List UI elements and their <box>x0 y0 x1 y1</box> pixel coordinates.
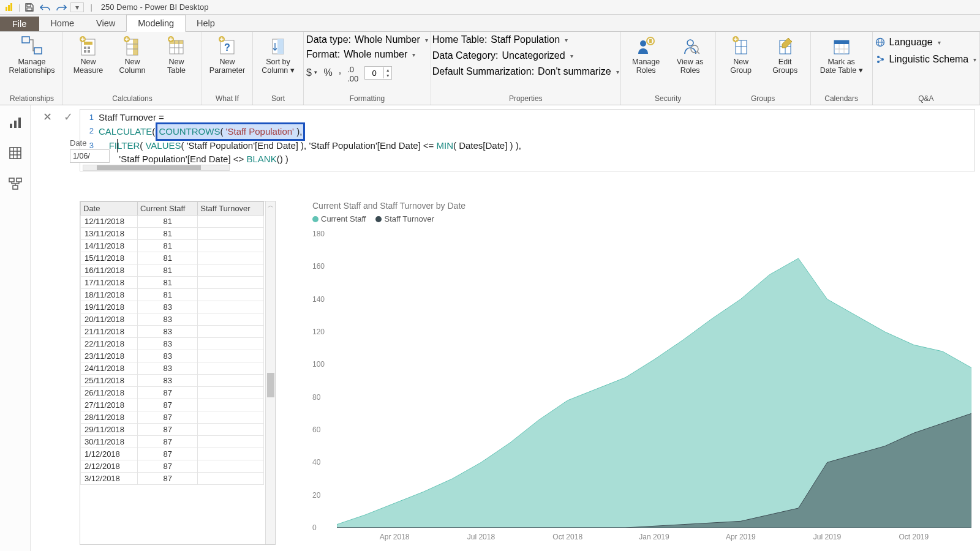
table-row[interactable]: 18/11/201881 <box>81 289 264 301</box>
save-button[interactable] <box>23 1 36 13</box>
y-tick-label: 120 <box>312 328 325 336</box>
datatype-dropdown[interactable]: Data type: Whole Number▾ <box>306 34 428 45</box>
group-relationships: ManageRelationships Relationships <box>1 32 63 105</box>
tab-help[interactable]: Help <box>186 15 226 31</box>
table-row[interactable]: 21/11/201883 <box>81 326 264 338</box>
table-row[interactable]: 12/11/201881 <box>81 216 264 228</box>
svg-rect-9 <box>84 47 86 49</box>
app-icon <box>2 1 16 13</box>
new-parameter-button[interactable]: ? NewParameter <box>207 34 247 75</box>
table-header[interactable]: Staff Turnover <box>198 202 264 216</box>
group-security: ManageRoles View asRoles Security <box>621 32 716 105</box>
scroll-up-icon[interactable]: ︿ <box>266 201 275 210</box>
chart-plot <box>337 234 971 528</box>
svg-rect-55 <box>14 121 17 128</box>
svg-rect-54 <box>10 124 12 128</box>
redo-button[interactable] <box>55 1 68 13</box>
sort-by-column-button[interactable]: Sort byColumn ▾ <box>258 34 298 75</box>
table-row[interactable]: 22/11/201883 <box>81 338 264 350</box>
table-row[interactable]: 28/11/201887 <box>81 411 264 424</box>
qat-customize[interactable]: ▾ <box>70 2 84 12</box>
manage-roles-button[interactable]: ManageRoles <box>626 34 666 75</box>
table-row[interactable]: 2/12/201887 <box>81 460 264 473</box>
data-table[interactable]: DateCurrent StaffStaff Turnover 12/11/20… <box>80 201 276 545</box>
mark-date-table-button[interactable]: Mark asDate Table ▾ <box>816 34 867 75</box>
summarization-dropdown[interactable]: Default Summarization: Don't summarize▾ <box>432 66 619 77</box>
percent-button[interactable]: % <box>323 67 332 78</box>
table-row[interactable]: 16/11/201881 <box>81 264 264 277</box>
titlebar: | ▾ | 250 Demo - Power BI Desktop <box>0 0 980 15</box>
tab-home[interactable]: Home <box>39 15 85 31</box>
currency-button[interactable]: $ ▾ <box>306 67 317 78</box>
table-row[interactable]: 25/11/201883 <box>81 375 264 387</box>
formula-bar[interactable]: 1Staff Turnover = 2CALCULATE( COUNTROWS(… <box>80 109 975 171</box>
table-row[interactable]: 17/11/201881 <box>81 277 264 289</box>
new-table-button[interactable]: NewTable <box>156 34 197 75</box>
svg-rect-10 <box>88 47 90 49</box>
svg-rect-3 <box>27 4 31 7</box>
hometable-dropdown[interactable]: Home Table: Staff Population▾ <box>432 34 568 45</box>
table-row[interactable]: 3/12/201887 <box>81 473 264 485</box>
svg-rect-12 <box>88 50 90 53</box>
svg-line-35 <box>697 51 699 54</box>
datacategory-dropdown[interactable]: Data Category: Uncategorized▾ <box>432 50 573 61</box>
x-tick-label: Apr 2019 <box>726 533 756 541</box>
table-row[interactable]: 15/11/201881 <box>81 252 264 264</box>
formula-commit-button[interactable]: ✓ <box>59 109 77 125</box>
table-header[interactable]: Date <box>81 202 138 216</box>
formula-hscrollbar[interactable] <box>83 165 230 171</box>
linguistic-schema-dropdown[interactable]: Linguistic Schema▾ <box>875 54 976 65</box>
y-tick-label: 180 <box>312 230 325 238</box>
group-formatting: Data type: Whole Number▾ Format: Whole n… <box>304 32 431 105</box>
table-row[interactable]: 27/11/201887 <box>81 399 264 411</box>
x-tick-label: Oct 2018 <box>552 533 582 541</box>
table-row[interactable]: 19/11/201883 <box>81 301 264 313</box>
table-row[interactable]: 14/11/201881 <box>81 240 264 252</box>
language-dropdown[interactable]: Language▾ <box>875 37 940 48</box>
decimals-spinner[interactable]: ▲▼ <box>364 66 392 80</box>
manage-relationships-button[interactable]: ManageRelationships <box>6 34 58 75</box>
table-row[interactable]: 29/11/201887 <box>81 424 264 436</box>
workspace: ✕ ✓ 1Staff Turnover = 2CALCULATE( COUNTR… <box>31 105 980 551</box>
new-measure-button[interactable]: NewMeasure <box>68 34 108 75</box>
svg-rect-56 <box>18 118 21 128</box>
table-row[interactable]: 23/11/201883 <box>81 350 264 362</box>
chart-area[interactable]: Current Staff and Staff Turnover by Date… <box>312 201 975 545</box>
table-row[interactable]: 1/12/201887 <box>81 448 264 460</box>
table-header[interactable]: Current Staff <box>138 202 198 216</box>
undo-button[interactable] <box>39 1 52 13</box>
table-row[interactable]: 20/11/201883 <box>81 313 264 326</box>
table-row[interactable]: 26/11/201887 <box>81 387 264 399</box>
format-dropdown[interactable]: Format: Whole number▾ <box>306 49 415 60</box>
x-tick-label: Jul 2018 <box>467 533 495 541</box>
edit-groups-button[interactable]: EditGroups <box>765 34 805 75</box>
new-column-button[interactable]: NewColumn <box>112 34 153 75</box>
decimals-input[interactable] <box>365 69 383 78</box>
svg-rect-1 <box>8 5 10 11</box>
model-view-button[interactable] <box>6 174 25 193</box>
svg-rect-0 <box>6 7 7 11</box>
group-qa: Language▾ Linguistic Schema▾ Q&A <box>873 32 980 105</box>
date-filter-input[interactable]: 1/06/ <box>70 149 110 163</box>
x-tick-label: Oct 2019 <box>899 533 929 541</box>
table-row[interactable]: 30/11/201887 <box>81 436 264 448</box>
group-sort: Sort byColumn ▾ Sort <box>253 32 304 105</box>
group-calculations: NewMeasure NewColumn NewTable Calculatio… <box>63 32 202 105</box>
new-group-button[interactable]: NewGroup <box>721 34 761 75</box>
tab-file[interactable]: File <box>0 17 39 31</box>
formula-cancel-button[interactable]: ✕ <box>38 109 56 125</box>
tab-view[interactable]: View <box>85 15 126 31</box>
report-view-button[interactable] <box>6 113 25 132</box>
view-as-roles-button[interactable]: View asRoles <box>670 34 710 75</box>
y-tick-label: 20 <box>312 491 320 500</box>
legend-dot-current <box>312 216 318 222</box>
table-row[interactable]: 24/11/201883 <box>81 362 264 375</box>
table-vscrollbar[interactable]: ︿ <box>265 201 275 544</box>
thousands-button[interactable]: , <box>339 65 341 76</box>
tabstrip: File Home View Modeling Help <box>0 15 980 32</box>
table-row[interactable]: 13/11/201881 <box>81 228 264 240</box>
svg-rect-62 <box>9 178 14 182</box>
svg-point-33 <box>687 40 693 46</box>
tab-modeling[interactable]: Modeling <box>126 15 186 32</box>
data-view-button[interactable] <box>6 143 25 163</box>
